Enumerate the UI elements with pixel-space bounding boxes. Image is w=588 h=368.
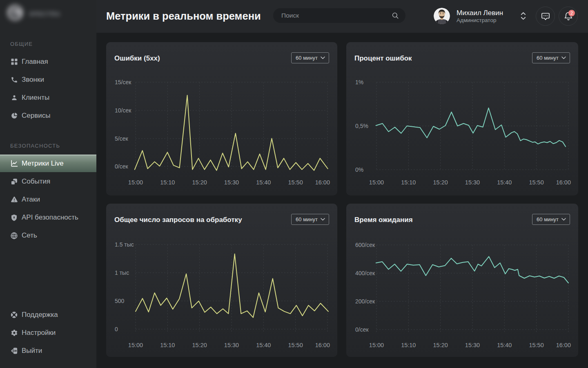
svg-text:16:00: 16:00 (315, 179, 330, 186)
svg-text:15:00: 15:00 (128, 179, 143, 186)
svg-text:15:20: 15:20 (433, 342, 448, 348)
svg-text:15:50: 15:50 (288, 179, 303, 186)
svg-text:15:30: 15:30 (465, 179, 480, 186)
svg-text:15:30: 15:30 (224, 179, 239, 186)
svg-text:15:00: 15:00 (128, 342, 143, 348)
svg-text:400/сек: 400/сек (355, 270, 375, 276)
svg-text:0: 0 (115, 326, 118, 332)
svg-text:15:10: 15:10 (401, 179, 416, 186)
svg-text:0%: 0% (355, 166, 363, 173)
svg-text:15/сек: 15/сек (115, 79, 131, 85)
svg-text:15:20: 15:20 (192, 342, 207, 348)
svg-text:0,5%: 0,5% (355, 123, 368, 129)
svg-text:0/сек: 0/сек (355, 326, 369, 333)
svg-text:15:00: 15:00 (369, 179, 384, 186)
svg-text:15:10: 15:10 (160, 179, 175, 186)
svg-text:15:20: 15:20 (433, 179, 448, 186)
svg-text:15:40: 15:40 (497, 179, 512, 186)
svg-text:15:40: 15:40 (256, 342, 271, 348)
svg-text:15:30: 15:30 (465, 342, 480, 348)
svg-text:15:00: 15:00 (369, 342, 384, 348)
svg-text:15:10: 15:10 (160, 342, 175, 348)
svg-text:15:40: 15:40 (256, 179, 271, 186)
svg-text:10/сек: 10/сек (115, 107, 131, 114)
svg-text:5/сек: 5/сек (115, 135, 128, 142)
svg-text:600/сек: 600/сек (355, 242, 375, 248)
svg-text:15:50: 15:50 (288, 342, 303, 348)
svg-text:15:50: 15:50 (529, 342, 543, 348)
svg-text:15:20: 15:20 (192, 179, 207, 186)
svg-text:16:00: 16:00 (315, 342, 330, 348)
svg-text:1.5 тыс: 1.5 тыс (115, 241, 134, 248)
svg-text:15:30: 15:30 (224, 342, 239, 348)
svg-text:1%: 1% (355, 79, 363, 85)
svg-text:15:10: 15:10 (401, 342, 416, 348)
svg-text:500: 500 (115, 298, 125, 304)
svg-text:16:00: 16:00 (556, 342, 571, 348)
svg-text:15:40: 15:40 (497, 342, 512, 348)
svg-text:1 тыс: 1 тыс (115, 269, 129, 276)
svg-text:16:00: 16:00 (556, 179, 571, 186)
svg-text:0/сек: 0/сек (115, 163, 128, 170)
svg-text:15:50: 15:50 (529, 179, 543, 186)
svg-text:200/сек: 200/сек (355, 298, 375, 305)
